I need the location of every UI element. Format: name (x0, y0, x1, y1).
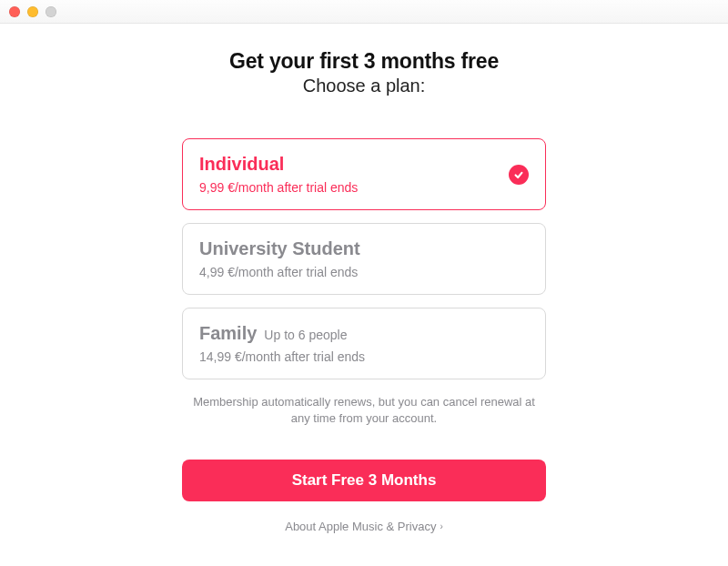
page-heading: Get your first 3 months free (229, 49, 499, 74)
window-zoom-button-disabled (46, 6, 56, 17)
plan-family[interactable]: Family Up to 6 people 14,99 €/month afte… (182, 308, 546, 379)
plan-list: Individual 9,99 €/month after trial ends… (182, 138, 546, 379)
plan-university-student[interactable]: University Student 4,99 €/month after tr… (182, 223, 546, 295)
content-area: Get your first 3 months free Choose a pl… (0, 24, 728, 566)
plan-title: Family (199, 323, 257, 344)
window-close-button[interactable] (9, 6, 20, 17)
plan-subtitle: Up to 6 people (264, 328, 347, 342)
plan-title: University Student (199, 238, 360, 259)
start-free-trial-button[interactable]: Start Free 3 Months (182, 460, 546, 501)
plan-price-note: 4,99 €/month after trial ends (199, 265, 360, 279)
app-window: Get your first 3 months free Choose a pl… (0, 0, 728, 566)
window-minimize-button[interactable] (27, 6, 38, 17)
plan-price-note: 14,99 €/month after trial ends (199, 349, 365, 364)
page-subheading: Choose a plan: (303, 76, 426, 96)
plan-price-note: 9,99 €/month after trial ends (199, 180, 358, 195)
chevron-right-icon: › (440, 521, 442, 531)
checkmark-icon (509, 165, 529, 185)
privacy-link[interactable]: About Apple Music & Privacy › (285, 520, 443, 533)
renewal-note: Membership automatically renews, but you… (182, 394, 546, 427)
privacy-link-label: About Apple Music & Privacy (285, 520, 436, 533)
plan-title: Individual (199, 154, 284, 175)
plan-individual[interactable]: Individual 9,99 €/month after trial ends (182, 138, 546, 210)
titlebar (0, 0, 728, 24)
